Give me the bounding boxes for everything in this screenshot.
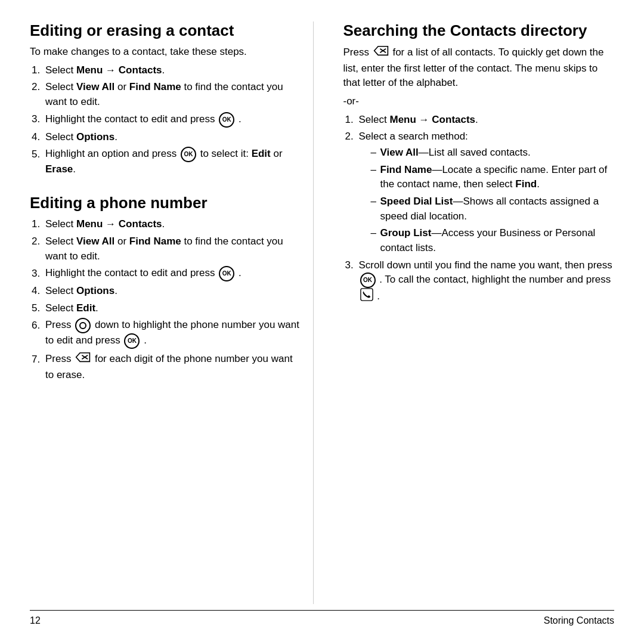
ok-button-icon: OK: [181, 147, 196, 162]
svg-marker-3: [374, 47, 388, 55]
section-title-searching: Searching the Contacts directory: [343, 21, 615, 40]
section-title-editing-phone: Editing a phone number: [30, 194, 301, 212]
section-title-editing-erasing: Editing or erasing a contact: [30, 21, 301, 40]
page-number: 12: [30, 615, 41, 626]
editing-erasing-steps: Select Menu → Contacts. Select View All …: [43, 63, 301, 177]
section-editing-phone: Editing a phone number Select Menu → Con…: [30, 194, 301, 383]
page: Editing or erasing a contact To make cha…: [0, 0, 644, 644]
list-item: Scroll down until you find the name you …: [357, 258, 615, 306]
contacts-button-icon: [373, 45, 389, 61]
section-searching-intro: Press for a list of all contacts. To qui…: [343, 45, 615, 91]
list-item: Highlight the contact to edit and press …: [43, 266, 301, 281]
searching-steps: Select Menu → Contacts. Select a search …: [357, 113, 615, 306]
ok-button-icon: OK: [360, 273, 376, 288]
search-method-list: View All—List all saved contacts. Find N…: [371, 145, 615, 255]
right-column: Searching the Contacts directory Press f…: [338, 21, 615, 604]
list-item: Select Menu → Contacts.: [357, 113, 615, 128]
list-item: Select Menu → Contacts.: [43, 217, 301, 232]
svg-rect-6: [360, 289, 372, 301]
list-item: Press down to highlight the phone number…: [43, 318, 301, 349]
sub-list-item: Find Name—Locate a specific name. Enter …: [371, 163, 615, 192]
page-footer: 12 Storing Contacts: [30, 610, 614, 626]
sub-list-item: View All—List all saved contacts.: [371, 145, 615, 160]
ok-button-icon: OK: [219, 266, 234, 281]
call-button-icon: [360, 288, 373, 306]
list-item: Select a search method: View All—List al…: [357, 129, 615, 255]
list-item: Select View All or Find Name to find the…: [43, 234, 301, 264]
erase-button-icon: [75, 351, 91, 368]
or-divider: -or-: [343, 94, 615, 109]
press-text: Press: [343, 47, 369, 58]
list-item: Press for each digit of the phone number…: [43, 351, 301, 382]
editing-phone-steps: Select Menu → Contacts. Select View All …: [43, 217, 301, 382]
list-item: Select View All or Find Name to find the…: [43, 80, 301, 109]
section-intro: To make changes to a contact, take these…: [30, 45, 301, 60]
list-item: Highlight the contact to edit and press …: [43, 112, 301, 128]
list-item: Select Options.: [43, 130, 301, 145]
svg-marker-0: [76, 353, 90, 362]
section-editing-erasing: Editing or erasing a contact To make cha…: [30, 21, 301, 177]
list-item: Select Edit.: [43, 301, 301, 316]
nav-button-icon: [75, 318, 91, 333]
sub-list-item: Group List—Access your Business or Perso…: [371, 226, 615, 255]
ok-button-icon: OK: [124, 333, 140, 349]
list-item: Select Menu → Contacts.: [43, 63, 301, 78]
left-column: Editing or erasing a contact To make cha…: [30, 21, 314, 604]
list-item: Select Options.: [43, 284, 301, 299]
list-item: Highlight an option and press OK to sele…: [43, 147, 301, 177]
content-columns: Editing or erasing a contact To make cha…: [30, 21, 614, 604]
ok-button-icon: OK: [219, 112, 234, 128]
sub-list-item: Speed Dial List—Shows all contacts assig…: [371, 194, 615, 224]
section-searching-contacts: Searching the Contacts directory Press f…: [343, 21, 615, 306]
footer-section-name: Storing Contacts: [544, 615, 614, 626]
